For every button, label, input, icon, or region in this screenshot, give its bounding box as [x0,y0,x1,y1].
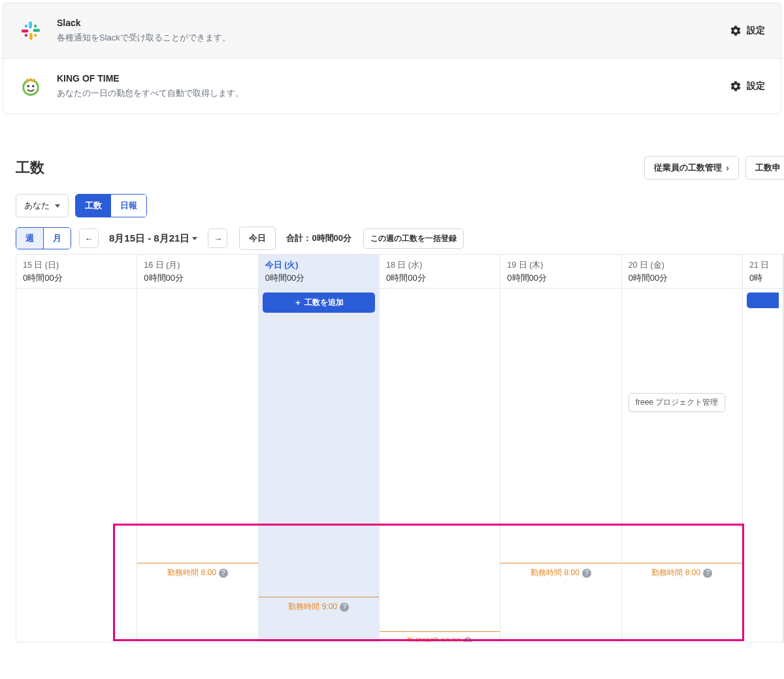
worktime-line: 勤務時間 8:00? [622,563,742,578]
day-column: 16 日 (月)0時間00分勤務時間 8:00? [137,255,258,642]
today-button[interactable]: 今日 [239,227,276,250]
button-label: 工数申 [755,162,781,174]
page-header: 工数 従業員の工数管理 › 工数申 [16,156,784,180]
settings-label: 設定 [747,80,765,92]
day-column: 19 日 (木)0時間00分勤務時間 8:00? [500,255,621,642]
day-header: 18 日 (水)0時間00分 [380,255,500,289]
day-body[interactable]: 勤務時間 8:00? [137,289,257,642]
svg-point-5 [34,25,37,27]
day-hours: 0時間00分 [23,272,130,284]
day-label: 21 日 [749,260,776,271]
day-header: 19 日 (木)0時間00分 [500,255,621,289]
page-title: 工数 [16,158,44,178]
day-header: 15 日 (日)0時間00分 [16,255,137,289]
integration-kingoftime: KING OF TIME あなたの一日の勤怠をすべて自動で取得します。 設定 [3,59,781,114]
tab-nippou[interactable]: 日報 [111,195,146,217]
toolbar-row: 週 月 ← 8月15日 - 8月21日 → 今日 合計：0時間00分 この週の工… [16,227,784,250]
day-hours: 0時間00分 [144,272,251,284]
help-icon[interactable]: ? [582,569,591,578]
button-label: 従業員の工数管理 [654,162,722,174]
worktime-label: 勤務時間 8:00? [651,563,712,578]
day-body[interactable]: freee プロジェクト管理勤務時間 8:00? [622,289,742,642]
day-label: 19 日 (木) [507,260,614,271]
worktime-line: 勤務時間 10:00? [380,631,500,642]
view-month[interactable]: 月 [43,228,71,249]
bulk-register-button[interactable]: この週の工数を一括登録 [363,229,464,249]
day-label: 18 日 (水) [386,260,493,271]
gear-icon [730,80,742,92]
day-label: 15 日 (日) [23,260,130,271]
integration-title: Slack [57,18,730,28]
day-body[interactable]: 勤務時間 8:00? [500,289,621,642]
date-range-picker[interactable]: 8月15日 - 8月21日 [106,232,200,245]
day-hours: 0時間00分 [386,272,493,284]
day-body[interactable] [743,289,783,642]
settings-label: 設定 [747,25,765,37]
integration-slack: Slack 各種通知をSlackで受け取ることができます。 設定 [3,3,781,59]
day-label: 20 日 (金) [629,260,736,271]
svg-point-7 [25,34,27,37]
date-range-text: 8月15日 - 8月21日 [109,232,189,245]
add-kousuu-button[interactable]: ＋工数を追加 [263,292,375,313]
help-icon[interactable]: ? [703,569,712,578]
day-header: 今日 (火)0時間00分 [259,255,379,289]
plus-icon: ＋ [294,297,302,308]
caret-down-icon [192,237,197,240]
worktime-text: 勤務時間 8:00 [531,567,580,578]
day-column: 今日 (火)0時間00分＋工数を追加勤務時間 9:00? [259,255,380,642]
kousuu-apply-button[interactable]: 工数申 [745,156,784,180]
worktime-text: 勤務時間 8:00 [167,567,216,578]
worktime-label: 勤務時間 10:00? [407,632,472,642]
svg-point-8 [24,80,39,95]
help-icon[interactable]: ? [463,637,472,643]
employee-management-button[interactable]: 従業員の工数管理 › [644,156,739,180]
mode-segmented: 工数 日報 [75,194,147,217]
integrations-panel: Slack 各種通知をSlackで受け取ることができます。 設定 KING OF… [3,3,781,114]
svg-rect-0 [29,22,31,29]
day-header: 21 日0時 [743,255,783,289]
arrow-left-icon: ← [85,234,93,244]
filters-row: あなた 工数 日報 [16,194,784,217]
svg-point-6 [34,34,37,37]
worktime-text: 勤務時間 10:00 [407,636,460,642]
day-hours: 0時間00分 [507,272,614,284]
arrow-right-icon: → [214,234,222,244]
next-week-button[interactable]: → [208,229,227,248]
header-actions: 従業員の工数管理 › 工数申 [644,156,784,180]
day-body[interactable] [16,289,137,642]
svg-point-4 [25,25,27,27]
worktime-text: 勤務時間 8:00 [651,567,700,578]
day-column: 21 日0時 [743,255,783,642]
tab-kousuu[interactable]: 工数 [76,195,111,217]
view-toggle: 週 月 [16,227,71,249]
day-column: 20 日 (金)0時間00分freee プロジェクト管理勤務時間 8:00? [622,255,743,642]
worktime-line: 勤務時間 9:00? [259,597,379,612]
day-body[interactable]: ＋工数を追加勤務時間 9:00? [259,289,379,642]
help-icon[interactable]: ? [340,603,349,612]
day-hours: 0時間00分 [265,272,372,284]
calendar-week: 15 日 (日)0時間00分16 日 (月)0時間00分勤務時間 8:00?今日… [16,254,784,642]
svg-point-9 [27,85,29,87]
svg-rect-1 [33,29,41,31]
dropdown-value: あなた [24,200,50,212]
prev-week-button[interactable]: ← [79,229,99,248]
kingoftime-icon [19,74,42,98]
help-icon[interactable]: ? [219,569,228,578]
user-dropdown[interactable]: あなた [16,194,69,217]
kingoftime-settings-button[interactable]: 設定 [730,80,765,92]
project-chip[interactable]: freee プロジェクト管理 [629,393,726,412]
day-body[interactable]: 勤務時間 10:00? [380,289,500,642]
day-hours: 0時 [749,272,776,284]
day-label: 今日 (火) [265,260,372,271]
day-column: 15 日 (日)0時間00分 [16,255,137,642]
worktime-text: 勤務時間 9:00 [288,601,337,612]
svg-point-10 [32,85,34,87]
chevron-right-icon: › [726,163,729,173]
view-week[interactable]: 週 [16,228,43,249]
slack-settings-button[interactable]: 設定 [730,25,765,37]
add-kousuu-button-partial[interactable] [747,292,779,308]
svg-rect-2 [29,33,32,40]
integration-title: KING OF TIME [57,73,730,84]
day-header: 20 日 (金)0時間00分 [622,255,742,289]
worktime-label: 勤務時間 9:00? [288,597,349,612]
